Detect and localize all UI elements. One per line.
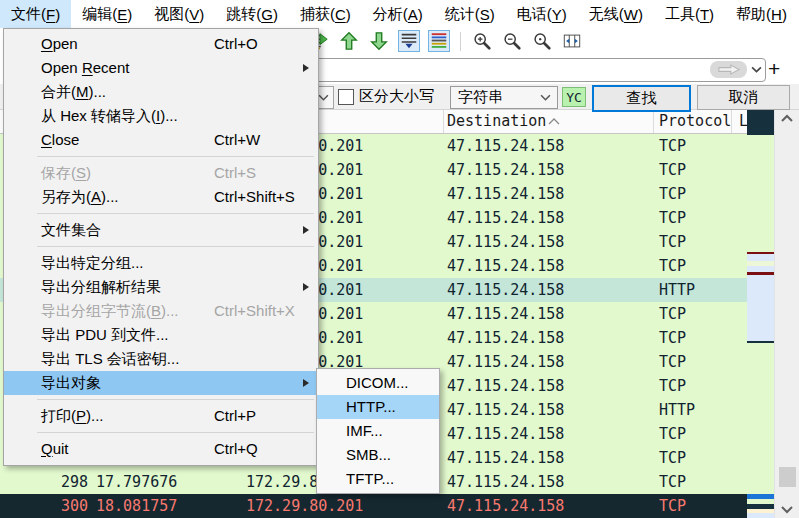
auto-scroll-icon[interactable] [398,30,420,52]
column-header-destination[interactable]: Destination [447,112,647,130]
menubar-item-file[interactable]: 文件(F) [0,0,71,28]
cancel-button[interactable]: 取消 [697,85,790,110]
cell-destination: 47.115.24.158 [447,449,564,467]
minimap-segment [747,275,774,341]
menubar-item-analyze[interactable]: 分析(A) [362,0,434,28]
case-sensitive-label[interactable]: 区分大小写 [359,87,434,106]
menubar-item-statistics[interactable]: 统计(S) [434,0,506,28]
submenu-item-dicom[interactable]: DICOM... [317,371,439,395]
filter-dropdown-icon[interactable] [751,66,762,73]
column-header-protocol[interactable]: Protocol [659,112,734,130]
cell-protocol: TCP [659,305,686,323]
cell-destination: 47.115.24.158 [447,329,564,347]
menu-item-shortcut: Ctrl+S [214,161,256,185]
zoom-original-icon[interactable] [531,30,553,52]
menu-item-quit[interactable]: QuitCtrl+Q [4,437,318,461]
submenu-arrow-icon [303,226,309,234]
packet-row-300[interactable]: 30018.081757172.29.80.20147.115.24.158TC… [0,494,747,518]
menu-item-shortcut: Ctrl+Shift+X [214,299,295,323]
menu-item-import-from-hex-dump[interactable]: 从 Hex 转储导入(I)... [4,104,318,128]
colorize-icon[interactable] [428,30,450,52]
menu-item-file-set[interactable]: 文件集合 [4,218,318,242]
menu-item-label: Open [41,35,78,52]
submenu-item-smb[interactable]: SMB... [317,443,439,467]
cell-protocol: TCP [659,473,686,491]
menubar-item-telephony[interactable]: 电话(Y) [506,0,578,28]
menubar-item-edit[interactable]: 编辑(E) [71,0,143,28]
column-divider[interactable] [443,110,444,133]
menu-item-export-pdus-to-file[interactable]: 导出 PDU 到文件... [4,323,318,347]
menu-item-shortcut: Ctrl+Q [214,437,258,461]
cell-destination: 47.115.24.158 [447,281,564,299]
cell-destination: 47.115.24.158 [447,305,564,323]
filter-apply-button[interactable] [710,61,747,78]
menubar-item-tools[interactable]: 工具(T) [654,0,725,28]
column-header-length[interactable]: Length [739,112,747,130]
column-divider[interactable] [653,110,654,133]
menu-item-shortcut: Ctrl+P [214,404,256,428]
menu-item-open-recent[interactable]: Open Recent [4,56,318,80]
menubar-item-help[interactable]: 帮助(H) [725,0,798,28]
find-button[interactable]: 查找 [592,85,691,112]
menu-item-save[interactable]: 保存(S)Ctrl+S [4,161,318,185]
intelligent-scrollbar[interactable] [747,110,774,518]
cell-destination: 47.115.24.158 [447,209,564,227]
toolbar-separator [460,32,461,51]
menubar-item-go[interactable]: 跳转(G) [215,0,289,28]
menu-item-export-packet-dissections[interactable]: 导出分组解析结果 [4,275,318,299]
cell-protocol: TCP [659,377,686,395]
cell-destination: 47.115.24.158 [447,161,564,179]
cell-destination: 47.115.24.158 [447,401,564,419]
menu-item-export-packet-bytes[interactable]: 导出分组字节流(B)...Ctrl+Shift+X [4,299,318,323]
go-first-packet-icon[interactable] [338,30,360,52]
menubar-item-view[interactable]: 视图(V) [143,0,215,28]
case-sensitive-checkbox[interactable] [338,89,354,105]
scroll-down-icon[interactable] [780,505,794,514]
wireshark-window: 文件(F)编辑(E)视图(V)跳转(G)捕获(C)分析(A)统计(S)电话(Y)… [0,0,799,518]
menu-item-shortcut: Ctrl+O [214,32,258,56]
submenu-item-tftp[interactable]: TFTP... [317,467,439,491]
cell-protocol: TCP [659,497,686,515]
apply-arrow-icon [717,64,741,75]
cell-protocol: HTTP [659,401,695,419]
menu-item-open[interactable]: OpenCtrl+O [4,32,318,56]
zoom-in-icon[interactable] [471,30,493,52]
cell-destination: 47.115.24.158 [447,353,564,371]
menu-item-label: 导出分组解析结果 [41,278,161,295]
vertical-scrollbar[interactable] [774,110,799,518]
menu-item-export-specified-packets[interactable]: 导出特定分组... [4,251,318,275]
menu-item-export-tls-session-keys[interactable]: 导出 TLS 会话密钥... [4,347,318,371]
cell-source: 172.29.80.201 [246,497,363,515]
menu-item-shortcut: Ctrl+W [214,128,260,152]
go-last-packet-icon[interactable] [368,30,390,52]
menu-item-label: 导出 PDU 到文件... [41,326,169,343]
menu-item-label: 导出特定分组... [41,254,144,271]
cell-protocol: TCP [659,233,686,251]
cell-destination: 47.115.24.158 [447,233,564,251]
menubar-item-capture[interactable]: 捕获(C) [289,0,362,28]
menu-item-label: 从 Hex 转储导入(I)... [41,107,178,124]
column-divider[interactable] [731,110,732,133]
cell-protocol: TCP [659,257,686,275]
zoom-out-icon[interactable] [501,30,523,52]
menu-item-label: 保存(S) [41,164,91,181]
menubar-item-wireless[interactable]: 无线(W) [578,0,654,28]
menu-item-print[interactable]: 打印(P)...Ctrl+P [4,404,318,428]
scroll-up-icon[interactable] [780,114,794,123]
menu-item-label: 导出对象 [41,374,101,391]
menu-item-close[interactable]: CloseCtrl+W [4,128,318,152]
submenu-item-imf[interactable]: IMF... [317,419,439,443]
export-objects-submenu: DICOM...HTTP...IMF...SMB...TFTP... [316,368,440,494]
scrollbar-thumb[interactable] [779,467,796,487]
add-filter-button[interactable]: + [768,56,780,82]
menu-item-export-objects[interactable]: 导出对象 [4,371,318,395]
search-type-combo[interactable]: 字符串 [450,86,558,109]
cell-protocol: TCP [659,161,686,179]
chevron-down-icon [318,94,329,101]
submenu-item-http[interactable]: HTTP... [317,395,439,419]
cell-protocol: HTTP [659,281,695,299]
menu-item-save-as[interactable]: 另存为(A)...Ctrl+Shift+S [4,185,318,209]
menu-item-merge[interactable]: 合并(M)... [4,80,318,104]
resize-columns-icon[interactable] [561,30,583,52]
menu-item-label: Open Recent [41,59,129,76]
